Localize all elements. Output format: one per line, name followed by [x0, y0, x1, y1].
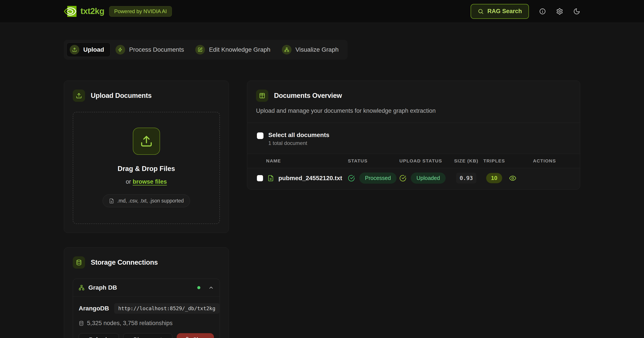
upload-status-badge: Uploaded [411, 172, 446, 184]
storage-connections-card: Storage Connections Graph DB [64, 247, 229, 338]
tab-label: Process Documents [129, 46, 184, 53]
dark-mode-toggle[interactable] [573, 8, 580, 15]
documents-overview-card: Documents Overview Upload and manage you… [247, 81, 580, 189]
settings-icon [556, 8, 563, 15]
edit-icon [195, 45, 205, 54]
check-circle-icon [348, 175, 355, 182]
graph-db-stats: 5,325 nodes, 3,758 relationships [79, 320, 214, 327]
view-document-button[interactable] [509, 174, 516, 182]
column-header-size: SIZE (KB) [453, 154, 480, 168]
tab-label: Upload [83, 46, 104, 53]
file-icon [268, 175, 274, 181]
storage-card-title: Storage Connections [91, 259, 158, 266]
search-icon [478, 8, 484, 14]
select-all-checkbox[interactable] [257, 133, 264, 139]
chevron-up-icon[interactable] [208, 285, 214, 291]
rag-search-button[interactable]: RAG Search [470, 4, 529, 19]
upload-icon [133, 128, 160, 155]
tab-edit-knowledge-graph[interactable]: Edit Knowledge Graph [192, 42, 277, 57]
graph-db-details: ArangoDB http://localhost:8529/_db/txt2k… [73, 296, 220, 338]
document-name: pubmed_24552120.txt [278, 175, 342, 182]
size-value: 0.93 [456, 173, 476, 183]
column-header-status: STATUS [348, 154, 400, 168]
graph-db-provider: ArangoDB [79, 305, 109, 312]
graph-db-label: Graph DB [88, 284, 117, 291]
supported-formats-pill: .md, .csv, .txt, .json supported [102, 194, 190, 207]
right-column: Documents Overview Upload and manage you… [247, 81, 580, 189]
graph-db-stats-text: 5,325 nodes, 3,758 relationships [87, 320, 172, 327]
clear-button[interactable]: Clear [177, 333, 214, 338]
left-column: Upload Documents Drag & Drop Files or br… [64, 81, 229, 338]
settings-button[interactable] [556, 8, 563, 15]
view-tabs: Upload Process Documents Edit Knowledge … [64, 40, 348, 60]
row-checkbox[interactable] [257, 175, 263, 181]
disconnect-button[interactable]: Disconnect [123, 333, 172, 338]
tab-label: Edit Knowledge Graph [209, 46, 270, 53]
column-header-actions: ACTIONS [509, 154, 580, 168]
tab-label: Visualize Graph [296, 46, 339, 53]
upload-card-title: Upload Documents [91, 92, 152, 100]
connected-status-dot [197, 286, 200, 289]
table-row: pubmed_24552120.txt Processed [247, 168, 580, 189]
dropzone-or-text: or [126, 178, 131, 185]
database-icon [73, 256, 85, 269]
tab-process-documents[interactable]: Process Documents [112, 42, 190, 57]
column-header-name: NAME [247, 154, 348, 168]
graph-db-header[interactable]: Graph DB [73, 279, 220, 296]
rag-search-label: RAG Search [487, 8, 522, 15]
select-all-label: Select all documents [268, 132, 330, 139]
moon-icon [573, 8, 580, 15]
clear-label: Clear [193, 337, 206, 338]
graph-db-section: Graph DB ArangoDB http://lo [73, 279, 220, 338]
header-actions: RAG Search [470, 4, 580, 19]
database-icon [79, 321, 84, 326]
column-header-upload-status: UPLOAD STATUS [400, 154, 453, 168]
file-icon [109, 198, 114, 204]
status-badge: Processed [359, 172, 396, 184]
graph-db-url: http://localhost:8529/_db/txt2kg [114, 303, 219, 314]
nvidia-logo [64, 6, 76, 17]
select-all-block: Select all documents 1 total document [247, 123, 580, 146]
table-header-row: NAME STATUS UPLOAD STATUS SIZE (KB) TRIP… [247, 154, 580, 168]
tab-visualize-graph[interactable]: Visualize Graph [278, 42, 345, 57]
refresh-button[interactable]: Refresh [79, 333, 119, 338]
powered-by-badge: Powered by NVIDIA AI [109, 6, 172, 17]
documents-table: NAME STATUS UPLOAD STATUS SIZE (KB) TRIP… [247, 154, 580, 189]
triples-count-badge: 10 [486, 173, 502, 183]
app-header: txt2kg Powered by NVIDIA AI RAG Search [0, 0, 644, 23]
supported-formats-text: .md, .csv, .txt, .json supported [117, 198, 184, 204]
tab-upload[interactable]: Upload [66, 42, 110, 57]
file-dropzone[interactable]: Drag & Drop Files or browse files .md, .… [73, 112, 220, 224]
upload-icon [70, 45, 79, 54]
page-title: txt2kg [80, 6, 104, 16]
main-content: Upload Process Documents Edit Knowledge … [64, 23, 580, 338]
check-circle-icon [400, 175, 406, 182]
info-button[interactable] [539, 8, 546, 15]
total-documents-label: 1 total document [268, 140, 330, 146]
network-icon [282, 45, 292, 54]
info-icon [539, 8, 546, 15]
zap-icon [116, 45, 125, 54]
table-icon [256, 90, 268, 102]
browse-files-link[interactable]: browse files [132, 178, 167, 185]
app-root: txt2kg Powered by NVIDIA AI RAG Search [0, 0, 644, 338]
trash-icon [184, 337, 190, 338]
documents-card-subtitle: Upload and manage your documents for kno… [256, 108, 571, 123]
upload-documents-card: Upload Documents Drag & Drop Files or br… [64, 81, 229, 233]
documents-card-title: Documents Overview [274, 92, 342, 100]
network-icon [79, 285, 84, 291]
eye-icon [509, 174, 516, 182]
upload-icon [73, 90, 85, 102]
column-header-triples: TRIPLES [480, 154, 509, 168]
dropzone-title: Drag & Drop Files [78, 165, 214, 173]
brand: txt2kg Powered by NVIDIA AI [64, 6, 172, 17]
